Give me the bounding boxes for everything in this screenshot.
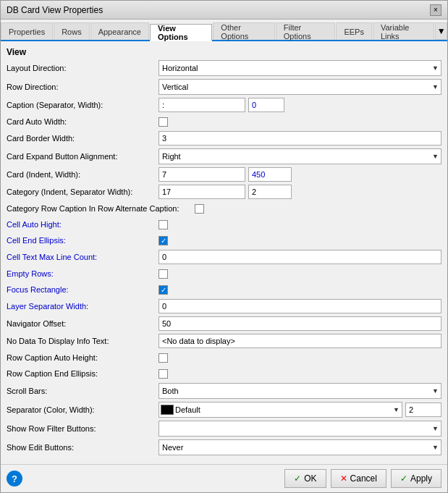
cell-end-ellipsis-row: Cell End Ellipsis: [7, 232, 441, 248]
no-data-input[interactable] [159, 334, 441, 348]
show-row-filter-row: Show Row Filter Buttons: [7, 419, 441, 438]
title-bar: DB Card View Properties × [1, 1, 447, 20]
cell-auto-hight-checkbox[interactable] [159, 220, 168, 229]
layout-direction-label: Layout Direction: [7, 64, 159, 72]
tab-view-options[interactable]: View Options [150, 24, 212, 41]
separator-color-row: Separator (Color, Width): Default [7, 400, 441, 419]
row-direction-select[interactable]: Vertical [159, 79, 441, 95]
card-auto-width-label: Card Auto Width: [7, 117, 159, 126]
layer-sep-input[interactable] [159, 299, 441, 313]
close-button[interactable]: × [430, 4, 441, 16]
caption-row: Caption (Separator, Width): [7, 96, 441, 114]
cell-text-max-row: Cell Text Max Line Count: [7, 248, 441, 266]
card-expand-btn-control: Right [159, 148, 441, 164]
no-data-label: No Data To Display Info Text: [7, 337, 159, 345]
separator-color-select[interactable]: Default [159, 402, 402, 418]
footer-left: ? [7, 471, 22, 486]
focus-rectangle-label: Focus Rectangle: [7, 285, 159, 294]
show-row-filter-select[interactable] [159, 421, 441, 437]
row-direction-control: Vertical [159, 79, 441, 95]
tab-eeps[interactable]: EEPs [336, 22, 372, 40]
layer-sep-control [159, 299, 441, 313]
card-indent-input[interactable] [159, 167, 245, 182]
layout-direction-row: Layout Direction: Horizontal [7, 59, 441, 77]
category-indent-row: Category (Indent, Separator Width): [7, 183, 441, 201]
card-indent-row: Card (Indent, Width): [7, 166, 441, 183]
show-edit-select[interactable]: Never [159, 439, 441, 455]
empty-rows-checkbox[interactable] [159, 269, 168, 279]
card-auto-width-checkbox[interactable] [159, 117, 168, 127]
cell-end-ellipsis-label: Cell End Ellipsis: [7, 236, 159, 245]
caption-label: Caption (Separator, Width): [7, 101, 159, 109]
focus-rectangle-control [159, 285, 441, 295]
row-caption-auto-row: Row Caption Auto Height: [7, 350, 441, 366]
category-sep-input[interactable] [248, 185, 292, 199]
navigator-offset-row: Navigator Offset: [7, 315, 441, 332]
card-expand-btn-select[interactable]: Right [159, 148, 441, 164]
cancel-label: Cancel [350, 473, 377, 484]
caption-width-input[interactable] [248, 98, 284, 112]
separator-color-control: Default [159, 402, 441, 418]
show-edit-row: Show Edit Buttons: Never [7, 438, 441, 457]
apply-check-icon: ✓ [400, 473, 407, 484]
card-expand-btn-label: Card Expand Button Alignment: [7, 152, 159, 161]
row-caption-auto-control [159, 353, 441, 363]
main-window: DB Card View Properties × Properties Row… [0, 0, 448, 493]
layout-direction-select-wrapper: Horizontal [159, 60, 441, 76]
row-caption-end-label: Row Caption End Ellipsis: [7, 369, 159, 378]
card-border-width-control [159, 131, 441, 146]
ok-button[interactable]: ✓ OK [284, 469, 326, 488]
cancel-button[interactable]: ✕ Cancel [331, 469, 386, 488]
tab-overflow-button[interactable]: ▼ [435, 22, 447, 40]
scroll-bars-label: Scroll Bars: [7, 387, 159, 395]
card-border-width-label: Card Border Width: [7, 134, 159, 143]
footer: ? ✓ OK ✕ Cancel ✓ Apply [1, 464, 447, 492]
focus-rectangle-checkbox[interactable] [159, 285, 168, 295]
tab-variable-links[interactable]: Variable Links [373, 22, 434, 40]
category-indent-label: Category (Indent, Separator Width): [7, 187, 159, 196]
empty-rows-row: Empty Rows: [7, 266, 441, 282]
category-row-checkbox[interactable] [195, 204, 204, 214]
row-direction-select-wrapper: Vertical [159, 79, 441, 95]
tab-other-options[interactable]: Other Options [213, 22, 274, 40]
scroll-bars-select-wrapper: Both [159, 383, 441, 399]
ok-checkmark-icon: ✓ [294, 473, 301, 484]
row-caption-end-row: Row Caption End Ellipsis: [7, 366, 441, 382]
caption-sep-input[interactable] [159, 98, 245, 112]
row-caption-auto-checkbox[interactable] [159, 353, 168, 363]
row-direction-label: Row Direction: [7, 83, 159, 91]
tab-rows[interactable]: Rows [54, 22, 90, 40]
navigator-offset-label: Navigator Offset: [7, 319, 159, 328]
apply-label: Apply [410, 473, 432, 484]
card-indent-label: Card (Indent, Width): [7, 170, 159, 179]
show-row-filter-select-wrapper [159, 421, 441, 437]
card-auto-width-row: Card Auto Width: [7, 114, 441, 130]
cell-text-max-input[interactable] [159, 250, 441, 264]
card-width-input[interactable] [248, 167, 292, 182]
layout-direction-select[interactable]: Horizontal [159, 60, 441, 76]
content-area: View Layout Direction: Horizontal Row Di… [1, 41, 447, 464]
separator-color-select-wrapper: Default [159, 402, 402, 418]
category-row-caption-row: Category Row Caption In Row Alternate Ca… [7, 201, 441, 216]
show-edit-label: Show Edit Buttons: [7, 443, 159, 452]
help-button[interactable]: ? [7, 471, 22, 486]
apply-button[interactable]: ✓ Apply [391, 469, 441, 488]
cell-auto-hight-control [159, 220, 441, 229]
row-caption-end-checkbox[interactable] [159, 369, 168, 379]
navigator-offset-input[interactable] [159, 316, 441, 331]
scroll-bars-select[interactable]: Both [159, 383, 441, 399]
tab-properties[interactable]: Properties [1, 22, 53, 40]
cell-text-max-control [159, 250, 441, 264]
category-indent-input[interactable] [159, 185, 245, 199]
no-data-control [159, 334, 441, 348]
cell-end-ellipsis-checkbox[interactable] [159, 236, 168, 245]
separator-width-input[interactable] [405, 403, 441, 417]
focus-rectangle-row: Focus Rectangle: [7, 282, 441, 298]
tab-filter-options[interactable]: Filter Options [276, 22, 336, 40]
card-indent-control [159, 167, 441, 182]
tab-appearance[interactable]: Appearance [90, 22, 149, 40]
card-border-width-input[interactable] [159, 131, 441, 146]
cancel-x-icon: ✕ [340, 473, 347, 484]
window-title: DB Card View Properties [7, 5, 103, 15]
tab-bar: Properties Rows Appearance View Options … [1, 20, 447, 41]
